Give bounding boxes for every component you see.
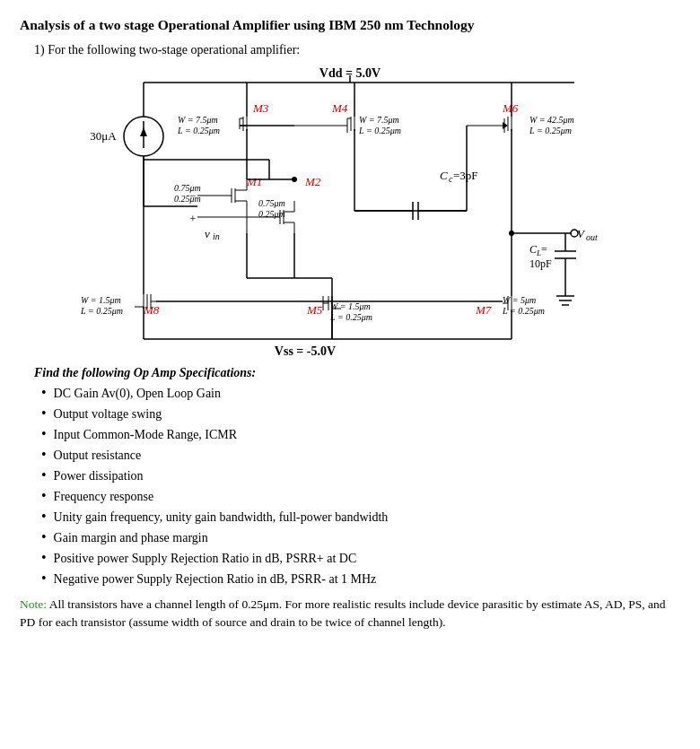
svg-text:W = 7.5μm: W = 7.5μm <box>178 115 218 125</box>
note-label: Note: <box>20 597 47 611</box>
svg-text:M1: M1 <box>246 175 262 188</box>
svg-text:W = 7.5μm: W = 7.5μm <box>359 115 399 125</box>
svg-text:W = 1.5μm: W = 1.5μm <box>81 295 121 305</box>
note-body: All transistors have a channel length of… <box>20 597 666 629</box>
svg-text:Vss = -5.0V: Vss = -5.0V <box>275 344 336 358</box>
spec-item-5: Power dissipation <box>41 466 680 485</box>
svg-text:W = 42.5μm: W = 42.5μm <box>529 115 574 125</box>
svg-text:M4: M4 <box>331 101 348 115</box>
svg-text:M5: M5 <box>306 303 323 317</box>
spec-item-3: Input Common-Mode Range, ICMR <box>41 425 680 444</box>
intro-text: 1) For the following two-stage operation… <box>34 43 680 57</box>
page-title: Analysis of a two stage Operational Ampl… <box>20 16 680 34</box>
specs-list: DC Gain Av(0), Open Loop Gain Output vol… <box>41 384 680 588</box>
svg-text:0.75μm: 0.75μm <box>174 183 201 193</box>
svg-text:30μA: 30μA <box>90 129 117 143</box>
svg-text:=3pF: =3pF <box>453 169 478 182</box>
svg-text:M3: M3 <box>252 101 269 115</box>
svg-text:M2: M2 <box>304 175 321 188</box>
spec-item-4: Output resistance <box>41 446 680 465</box>
svg-text:M6: M6 <box>502 101 519 115</box>
circuit-svg: .red { fill: #cc0000; } .black { fill: #… <box>54 63 646 359</box>
svg-point-85 <box>571 230 578 237</box>
find-heading: Find the following Op Amp Specifications… <box>34 366 680 380</box>
svg-text:L = 0.25μm: L = 0.25μm <box>358 126 401 135</box>
svg-marker-79 <box>503 122 508 129</box>
spec-item-2: Output voltage swing <box>41 405 680 423</box>
spec-item-8: Gain margin and phase margin <box>41 528 680 547</box>
svg-text:=: = <box>541 243 547 256</box>
svg-text:10pF: 10pF <box>529 257 552 270</box>
svg-text:out: out <box>586 232 598 242</box>
svg-text:+: + <box>190 213 197 225</box>
spec-item-10: Negative power Supply Rejection Ratio in… <box>41 570 680 588</box>
find-section: Find the following Op Amp Specifications… <box>34 366 680 588</box>
svg-text:0.75μm: 0.75μm <box>258 198 285 208</box>
spec-item-7: Unity gain frequency, unity gain bandwid… <box>41 508 680 527</box>
spec-item-1: DC Gain Av(0), Open Loop Gain <box>41 384 680 403</box>
svg-point-60 <box>292 177 297 182</box>
svg-text:M7: M7 <box>475 303 492 317</box>
svg-text:C: C <box>440 169 448 182</box>
svg-text:L = 0.25μm: L = 0.25μm <box>529 126 572 135</box>
svg-text:in: in <box>213 231 220 241</box>
svg-text:W = 1.5μm: W = 1.5μm <box>330 301 371 311</box>
svg-text:L = 0.25μm: L = 0.25μm <box>329 312 372 322</box>
spec-item-9: Positive power Supply Rejection Ratio in… <box>41 549 680 568</box>
svg-text:L = 0.25μm: L = 0.25μm <box>177 126 220 135</box>
note-text: Note: All transistors have a channel len… <box>20 596 680 631</box>
svg-text:0.25μm: 0.25μm <box>258 209 285 219</box>
svg-text:L = 0.25μm: L = 0.25μm <box>80 306 123 316</box>
svg-text:0.25μm: 0.25μm <box>174 194 201 204</box>
circuit-diagram: .red { fill: #cc0000; } .black { fill: #… <box>20 63 680 359</box>
svg-text:v: v <box>205 227 210 240</box>
spec-item-6: Frequency response <box>41 487 680 506</box>
